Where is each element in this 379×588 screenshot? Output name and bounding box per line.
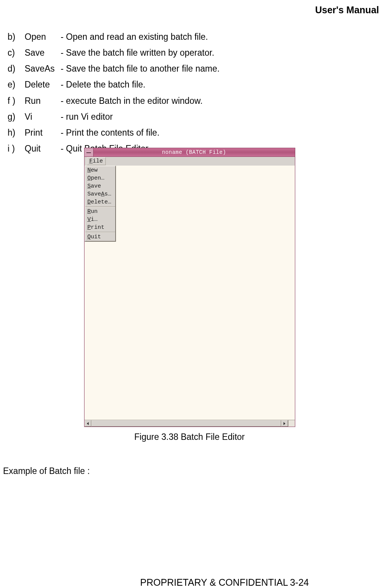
menu-item-quit[interactable]: Quit xyxy=(85,233,115,241)
def-name: Run xyxy=(25,94,61,108)
def-desc: - Open and read an existing batch file. xyxy=(61,30,208,44)
def-desc: - Save the batch file to another file na… xyxy=(61,62,219,76)
def-name: Delete xyxy=(25,78,61,92)
def-row: h) Print - Print the contents of file. xyxy=(8,126,219,140)
scroll-track[interactable] xyxy=(91,420,281,427)
page-number: 3-24 xyxy=(290,577,309,588)
def-letter: b) xyxy=(8,30,25,44)
window-titlebar[interactable]: noname (BATCH File) xyxy=(84,148,295,157)
def-letter: c) xyxy=(8,46,25,60)
def-letter: d) xyxy=(8,62,25,76)
def-row: d) SaveAs - Save the batch file to anoth… xyxy=(8,62,219,76)
def-name: SaveAs xyxy=(25,62,61,76)
scroll-left-button[interactable] xyxy=(85,420,91,427)
menu-separator xyxy=(85,206,115,207)
def-name: Print xyxy=(25,126,61,140)
scroll-right-button[interactable] xyxy=(281,420,288,427)
menu-item-save[interactable]: Save xyxy=(85,182,115,190)
example-label: Example of Batch file : xyxy=(3,466,90,476)
editor-client-area[interactable]: New Open… Save SaveAs… Delete… Run Vi… P… xyxy=(84,166,295,427)
menu-item-delete[interactable]: Delete… xyxy=(85,198,115,206)
window-title: noname (BATCH File) xyxy=(94,149,295,155)
def-desc: - Delete the batch file. xyxy=(61,78,146,92)
def-row: f ) Run - execute Batch in the editor wi… xyxy=(8,94,219,108)
arrow-left-icon xyxy=(87,422,89,425)
menu-item-saveas[interactable]: SaveAs… xyxy=(85,190,115,198)
def-letter: f ) xyxy=(8,94,25,108)
horizontal-scrollbar[interactable] xyxy=(85,420,295,427)
menu-item-vi[interactable]: Vi… xyxy=(85,216,115,224)
def-letter: h) xyxy=(8,126,25,140)
def-desc: - run Vi editor xyxy=(61,110,113,124)
figure-caption: Figure 3.38 Batch File Editor xyxy=(0,432,379,442)
def-letter: g) xyxy=(8,110,25,124)
file-menu-dropdown: New Open… Save SaveAs… Delete… Run Vi… P… xyxy=(85,166,116,242)
menu-separator xyxy=(85,232,115,233)
def-row: c) Save - Save the batch file written by… xyxy=(8,46,219,60)
def-name: Open xyxy=(25,30,61,44)
menubar: File xyxy=(84,157,295,166)
menu-item-open[interactable]: Open… xyxy=(85,174,115,182)
menu-item-print[interactable]: Print xyxy=(85,224,115,231)
scroll-thumb[interactable] xyxy=(91,420,281,427)
def-row: b) Open - Open and read an existing batc… xyxy=(8,30,219,44)
def-row: e) Delete - Delete the batch file. xyxy=(8,78,219,92)
figure-container: noname (BATCH File) File New Open… Save … xyxy=(0,148,379,442)
menubar-file[interactable]: File xyxy=(87,157,106,165)
def-name: Vi xyxy=(25,110,61,124)
def-desc: - Print the contents of file. xyxy=(61,126,160,140)
definition-list: b) Open - Open and read an existing batc… xyxy=(8,30,219,158)
def-letter: e) xyxy=(8,78,25,92)
page-footer: PROPRIETARY & CONFIDENTIAL 3-24 xyxy=(0,577,379,588)
arrow-right-icon xyxy=(283,422,285,425)
header-manual-title: User's Manual xyxy=(315,5,379,16)
def-row: g) Vi - run Vi editor xyxy=(8,110,219,124)
def-desc: - Save the batch file written by operato… xyxy=(61,46,214,60)
system-menu-icon[interactable] xyxy=(85,148,94,156)
menu-item-run[interactable]: Run xyxy=(85,208,115,216)
footer-text: PROPRIETARY & CONFIDENTIAL xyxy=(140,577,288,588)
batch-editor-window: noname (BATCH File) File New Open… Save … xyxy=(84,148,295,428)
def-name: Save xyxy=(25,46,61,60)
def-desc: - execute Batch in the editor window. xyxy=(61,94,203,108)
menu-item-new[interactable]: New xyxy=(85,166,115,174)
scroll-corner xyxy=(288,420,295,427)
